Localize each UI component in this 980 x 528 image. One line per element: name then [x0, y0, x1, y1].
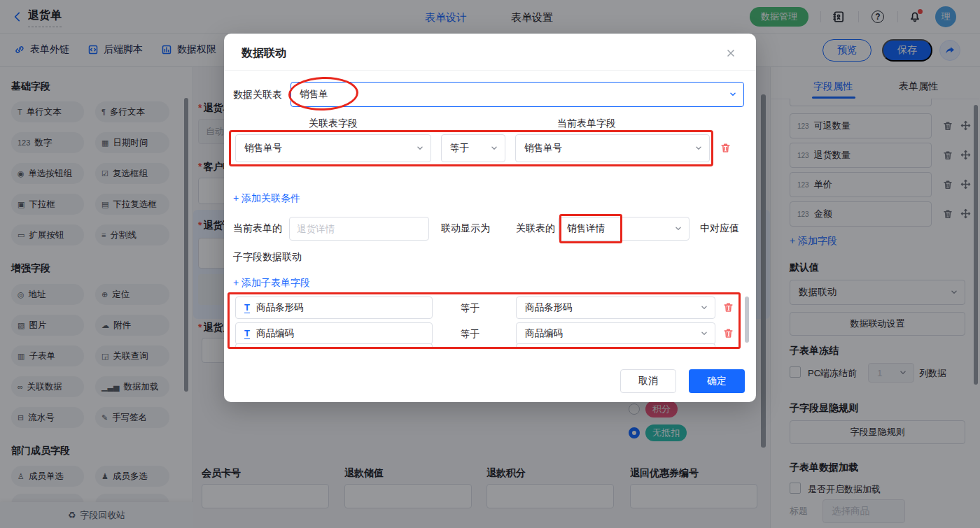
chevron-down-icon — [415, 143, 425, 153]
subfield-left-code[interactable]: T商品编码 — [235, 322, 433, 345]
column-header-left: 关联表字段 — [235, 117, 431, 130]
add-condition-link[interactable]: + 添加关联条件 — [233, 192, 300, 205]
select-value: 销售单号 — [244, 142, 282, 155]
cancel-button[interactable]: 取消 — [620, 369, 676, 393]
chevron-down-icon — [699, 303, 709, 313]
data-linkage-modal: 数据联动 数据关联表 销售单 关联表字段 当前表单字段 销售单号 等于 销售单号… — [224, 34, 756, 402]
text-field-icon: T — [244, 329, 250, 339]
display-suffix-label: 中对应值 — [700, 222, 739, 235]
display-relation-label: 关联表的 — [516, 222, 555, 235]
subfield-right-barcode-select[interactable]: 商品条形码 — [516, 297, 715, 319]
subrow-partial — [235, 343, 433, 348]
subrow-partial — [516, 343, 715, 348]
subrow-operator: 等于 — [461, 328, 479, 341]
subfield-right-code-select[interactable]: 商品编码 — [516, 322, 715, 345]
trash-icon[interactable] — [720, 142, 732, 154]
divider — [224, 70, 756, 71]
chevron-down-icon — [673, 224, 683, 234]
trash-icon[interactable] — [722, 327, 734, 339]
select-value: 商品条形码 — [525, 301, 573, 314]
column-header-right: 当前表单字段 — [489, 117, 685, 130]
modal-scrollbar[interactable] — [745, 297, 749, 343]
display-prefix-label: 当前表单的 — [233, 222, 282, 235]
chevron-down-icon — [694, 143, 704, 153]
select-value: 等于 — [450, 142, 469, 155]
select-value: 商品编码 — [525, 327, 563, 340]
relation-table-label: 数据关联表 — [233, 89, 282, 101]
display-value-select[interactable]: 销售详情 — [558, 217, 690, 241]
input-value: 商品条形码 — [256, 301, 304, 314]
condition-right-select[interactable]: 销售单号 — [515, 134, 710, 162]
condition-left-select[interactable]: 销售单号 — [235, 134, 431, 162]
select-value: 销售单 — [300, 88, 328, 101]
condition-operator-select[interactable]: 等于 — [441, 134, 505, 162]
modal-title: 数据联动 — [241, 46, 286, 61]
input-value: 商品编码 — [256, 327, 294, 340]
chevron-down-icon — [728, 90, 738, 99]
close-icon[interactable] — [725, 48, 736, 59]
confirm-button[interactable]: 确定 — [689, 369, 745, 393]
add-subfield-link[interactable]: + 添加子表单字段 — [233, 277, 310, 290]
text-field-icon: T — [244, 303, 250, 313]
display-input-wrap — [289, 217, 429, 241]
relation-table-select[interactable]: 销售单 — [290, 82, 744, 107]
chevron-down-icon — [699, 329, 709, 338]
subrow-operator: 等于 — [461, 302, 479, 315]
display-middle-label: 联动显示为 — [441, 222, 490, 235]
chevron-down-icon — [489, 143, 499, 153]
subfield-left-barcode[interactable]: T商品条形码 — [235, 297, 433, 319]
select-value: 销售单号 — [524, 142, 562, 155]
display-field-input[interactable] — [289, 217, 429, 241]
trash-icon[interactable] — [722, 301, 734, 313]
subfield-linkage-title: 子字段数据联动 — [233, 251, 302, 264]
app-root: 退货单 表单设计 表单设置 数据管理 ? 理 表单外链 后端脚本 数据权限 预览… — [0, 0, 980, 528]
select-value: 销售详情 — [567, 222, 605, 235]
